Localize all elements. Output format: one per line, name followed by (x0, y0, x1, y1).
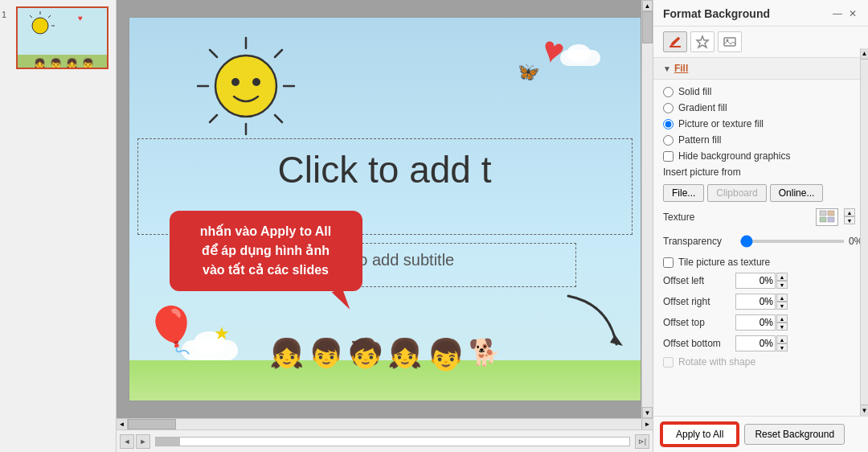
char-5: 👦 (427, 337, 465, 372)
panel-scroll-up[interactable]: ▲ (861, 48, 868, 60)
close-icon[interactable]: ✕ (847, 6, 858, 21)
svg-line-16 (210, 50, 217, 57)
char-6: 🐕 (469, 337, 501, 372)
rotate-shape-label[interactable]: Rotate with shape (678, 356, 755, 368)
apply-to-all-button[interactable]: Apply to All (661, 423, 738, 446)
offset-bottom-input[interactable] (735, 335, 776, 351)
slide-title[interactable]: Click to add t (145, 148, 624, 191)
scroll-left-arrow[interactable]: ◄ (117, 419, 128, 429)
svg-point-2 (32, 18, 48, 34)
picture-fill-radio[interactable] (663, 119, 674, 129)
horizontal-scrollbar[interactable]: ◄ ► (117, 418, 653, 429)
svg-text:👧: 👧 (66, 57, 78, 69)
clipboard-button[interactable]: Clipboard (707, 184, 766, 202)
hide-background-checkbox[interactable] (663, 151, 674, 162)
texture-down-btn[interactable]: ▼ (844, 216, 855, 224)
tile-picture-label[interactable]: Tile picture as texture (678, 257, 770, 268)
format-background-panel: Format Background — ✕ (653, 0, 868, 452)
slide-progress-bar[interactable] (155, 437, 630, 446)
panel-scroll-down[interactable]: ▼ (861, 405, 868, 416)
offset-top-down[interactable]: ▼ (776, 323, 788, 331)
gradient-fill-radio[interactable] (663, 103, 674, 113)
svg-rect-28 (820, 211, 826, 216)
slide-thumbnail-container[interactable]: 1 ♥ 👧 👦 👧 👦 (0, 0, 116, 76)
svg-rect-31 (828, 217, 834, 222)
tooltip-line3: vào tất cả các slides (182, 261, 350, 280)
sun-drawing (194, 34, 298, 138)
svg-line-18 (275, 50, 282, 57)
vertical-scrollbar[interactable]: ▲ ▼ (641, 0, 653, 418)
offset-left-down[interactable]: ▼ (776, 281, 788, 289)
insert-picture-row: Insert picture from (663, 166, 858, 178)
offset-left-row: Offset left ▲ ▼ (663, 273, 858, 289)
fill-section-header[interactable]: ▼ Fill (653, 58, 868, 80)
butterfly-decoration: 🦋 (518, 62, 540, 83)
slide-thumbnail[interactable]: ♥ 👧 👦 👧 👦 (16, 6, 108, 69)
nav-end-btn[interactable]: ⊳| (635, 434, 649, 449)
panel-header: Format Background — ✕ (653, 0, 868, 27)
offset-left-input[interactable] (735, 273, 776, 289)
svg-rect-29 (828, 211, 834, 216)
progress-thumb (156, 438, 180, 446)
fill-tab[interactable] (663, 31, 687, 52)
tooltip-line2: để áp dụng hình ảnh (182, 241, 350, 261)
rotate-shape-checkbox[interactable] (663, 357, 674, 368)
solid-fill-label[interactable]: Solid fill (678, 86, 711, 97)
scroll-down-arrow[interactable]: ▼ (642, 407, 653, 418)
scroll-up-arrow[interactable]: ▲ (642, 0, 653, 11)
pattern-fill-label[interactable]: Pattern fill (678, 134, 721, 146)
slide-content: ♥ 🦋 Click to add t Click to add subtitle (129, 17, 641, 401)
texture-spinner: ▲ ▼ (844, 208, 858, 226)
solid-fill-radio[interactable] (663, 87, 674, 97)
star-decoration: ★ (214, 323, 230, 344)
offset-bottom-down[interactable]: ▼ (776, 343, 788, 351)
online-button[interactable]: Online... (770, 184, 824, 202)
slide-nav-bar: ◄ ► ⊳| (117, 429, 653, 452)
section-arrow: ▼ (663, 64, 671, 73)
transparency-slider[interactable] (740, 240, 844, 243)
gradient-fill-label[interactable]: Gradient fill (678, 102, 727, 113)
h-scrollbar-track[interactable] (128, 419, 641, 429)
scrollbar-thumb[interactable] (642, 11, 653, 43)
scrollbar-track[interactable] (642, 11, 653, 407)
offset-top-up[interactable]: ▲ (776, 314, 788, 323)
collapse-icon[interactable]: — (831, 6, 844, 21)
slide-canvas: ▲ ▼ (117, 0, 653, 418)
tile-picture-checkbox[interactable] (663, 257, 674, 268)
slides-panel: 1 ♥ 👧 👦 👧 👦 (0, 0, 117, 452)
tile-picture-row: Tile picture as texture (663, 257, 858, 268)
hide-background-label[interactable]: Hide background graphics (678, 150, 790, 162)
insert-buttons-row: File... Clipboard Online... (663, 184, 858, 202)
picture-fill-row: Picture or texture fill (663, 118, 858, 129)
image-tab[interactable] (718, 31, 742, 52)
texture-picker-btn[interactable] (816, 208, 838, 226)
offset-top-input[interactable] (735, 314, 776, 331)
offset-right-down[interactable]: ▼ (776, 302, 788, 310)
file-button[interactable]: File... (663, 184, 704, 202)
effects-tab-icon (695, 35, 710, 49)
offset-bottom-row: Offset bottom ▲ ▼ (663, 335, 858, 351)
scroll-right-arrow[interactable]: ► (641, 419, 653, 429)
texture-up-btn[interactable]: ▲ (844, 208, 855, 216)
offset-right-up[interactable]: ▲ (776, 294, 788, 302)
panel-title: Format Background (663, 7, 770, 20)
offset-right-input[interactable] (735, 294, 776, 310)
svg-rect-1 (18, 55, 108, 69)
solid-fill-row: Solid fill (663, 86, 858, 97)
image-tab-icon (723, 35, 737, 49)
fill-section-body: Solid fill Gradient fill Picture or text… (653, 80, 868, 379)
effects-tab[interactable] (690, 31, 714, 52)
picture-fill-label[interactable]: Picture or texture fill (678, 118, 764, 129)
offset-bottom-up[interactable]: ▲ (776, 335, 788, 343)
texture-label: Texture (663, 212, 743, 223)
reset-background-button[interactable]: Reset Background (744, 424, 845, 445)
nav-next-btn[interactable]: ► (136, 434, 150, 449)
panel-scrollbar[interactable]: ▲ ▼ (860, 48, 868, 416)
nav-prev-btn[interactable]: ◄ (120, 434, 134, 449)
fill-tab-icon (668, 35, 682, 49)
char-1: 👧 (269, 337, 305, 372)
bottom-scene: 🎈 👧 👦 🧒 👧 👦 🐕 ★ (129, 296, 641, 401)
pattern-fill-radio[interactable] (663, 135, 674, 146)
h-scrollbar-thumb[interactable] (128, 419, 176, 429)
offset-left-up[interactable]: ▲ (776, 273, 788, 281)
